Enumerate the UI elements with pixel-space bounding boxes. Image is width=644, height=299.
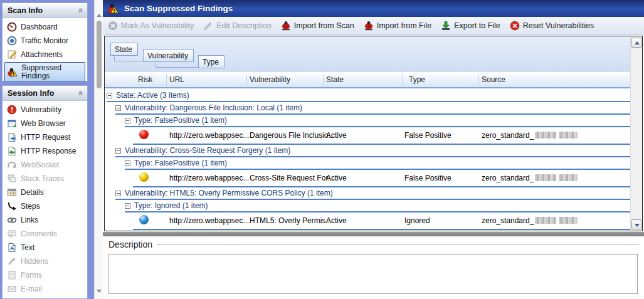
import-from-file-button[interactable]: Import from File <box>364 21 432 31</box>
sidebar-item-label: WebSocket <box>21 160 59 169</box>
bug-warning-icon <box>107 3 119 14</box>
sidebar-item-vulnerability[interactable]: Vulnerability <box>3 103 87 117</box>
table-row[interactable]: http://zero.webappsec... Dangerous File … <box>133 127 631 145</box>
sidebar-item-comments[interactable]: Comments <box>3 227 87 241</box>
column-header-url[interactable]: URL <box>169 75 184 84</box>
sidebar-item-details[interactable]: Details <box>3 186 87 199</box>
scan-info-header[interactable]: Scan Info « <box>3 3 87 18</box>
collapse-minus-icon[interactable] <box>115 105 121 111</box>
bug-import-icon <box>281 21 291 31</box>
sidebar-item-scripts[interactable]: Scripts <box>3 296 87 299</box>
button-label: Mark As Vulnerability <box>121 21 194 30</box>
sidebar-item-label: Traffic Monitor <box>21 36 68 45</box>
group-box-vulnerability[interactable]: Vulnerability <box>143 49 194 62</box>
column-header-source[interactable]: Source <box>482 75 505 84</box>
mark-as-vulnerability-button[interactable]: Mark As Vulnerability <box>108 21 194 31</box>
sidebar-scrollbar[interactable] <box>94 0 103 299</box>
collapse-chevron-icon[interactable]: « <box>77 91 86 95</box>
group-connector <box>114 56 143 61</box>
sidebar-item-label: E-mail <box>21 285 42 293</box>
sidebar-item-steps[interactable]: Steps <box>3 199 87 213</box>
sidebar-item-label: Dashboard <box>21 23 58 31</box>
description-textarea[interactable] <box>108 254 638 294</box>
scroll-down-button[interactable] <box>631 219 641 229</box>
horizontal-splitter[interactable] <box>103 232 644 236</box>
import-from-scan-button[interactable]: Import from Scan <box>281 21 354 31</box>
column-header-type[interactable]: Type <box>409 75 425 84</box>
sidebar-item-web-browser[interactable]: Web Browser <box>3 117 87 130</box>
sidebar-item-suppressed-findings[interactable]: Suppressed Findings <box>4 62 85 82</box>
scroll-down-icon[interactable] <box>97 290 102 293</box>
sidebar-item-stack-traces[interactable]: Stack Traces <box>3 172 87 186</box>
sidebar-item-websocket[interactable]: WebSocket <box>3 158 87 172</box>
sidebar-item-http-response[interactable]: HTTP Response <box>3 144 87 158</box>
sidebar-item-label: Web Browser <box>21 119 66 128</box>
sidebar-item-text[interactable]: A Text <box>3 241 87 254</box>
sidebar-item-hiddens[interactable]: Hiddens <box>3 254 87 268</box>
scan-info-panel: Scan Info « Dashboard Traffic Monitor At… <box>2 3 88 81</box>
session-info-panel: Session Info « Vulnerability Web Browser… <box>2 85 88 299</box>
collapse-chevron-icon[interactable]: « <box>77 8 86 13</box>
toolbar: Mark As Vulnerability Edit Description I… <box>103 17 644 35</box>
table-row[interactable]: http://zero.webappsec... Cross-Site Requ… <box>133 170 631 187</box>
bug-warning-icon <box>8 67 18 77</box>
collapse-minus-icon[interactable] <box>115 148 121 154</box>
column-header-state[interactable]: State <box>326 75 344 84</box>
group-label: Vulnerability: Dangerous File Inclusion:… <box>125 103 302 112</box>
description-panel: Description <box>103 236 644 299</box>
group-row-type[interactable]: Type: FalsePositive (1 item) <box>125 115 631 127</box>
divider <box>157 244 639 245</box>
group-label: Type: FalsePositive (1 item) <box>134 159 227 167</box>
sidebar-item-label: Stack Traces <box>21 174 64 183</box>
column-header-vulnerability[interactable]: Vulnerability <box>250 75 290 84</box>
column-separator <box>402 75 403 85</box>
collapse-minus-icon[interactable] <box>125 118 130 123</box>
gauge-icon <box>7 22 17 32</box>
group-box-state[interactable]: State <box>110 43 138 56</box>
forms-icon <box>7 270 17 280</box>
description-label: Description <box>108 239 152 249</box>
cell-type: Ignored <box>404 216 430 225</box>
collapse-minus-icon[interactable] <box>107 93 112 98</box>
button-label: Reset Vulnerabilities <box>523 21 594 30</box>
group-box-type[interactable]: Type <box>198 55 224 68</box>
collapse-minus-icon[interactable] <box>125 203 130 209</box>
export-arrow-icon <box>441 21 451 31</box>
cell-source: zero_standard_ <box>482 174 578 182</box>
collapse-minus-icon[interactable] <box>115 191 121 196</box>
sidebar-item-label: Links <box>21 216 38 224</box>
group-label: State: Active (3 items) <box>116 91 189 100</box>
table-scrollbar[interactable] <box>630 36 642 231</box>
redacted-text <box>535 174 556 181</box>
cell-type: False Positive <box>404 174 451 182</box>
sidebar-item-forms[interactable]: Forms <box>3 268 87 282</box>
edit-description-button[interactable]: Edit Description <box>203 21 272 31</box>
group-row-type[interactable]: Type: Ignored (1 item) <box>125 200 631 212</box>
sidebar-item-label: HTTP Response <box>21 147 76 155</box>
sidebar-item-links[interactable]: Links <box>3 213 87 227</box>
session-info-header[interactable]: Session Info « <box>3 86 87 101</box>
table-row[interactable]: http://zero.webappsec... HTML5: Overly P… <box>133 212 631 230</box>
group-row-type[interactable]: Type: FalsePositive (1 item) <box>125 157 631 170</box>
circle-x-gray-icon <box>108 21 118 31</box>
export-to-file-button[interactable]: Export to File <box>441 21 500 31</box>
reset-vulnerabilities-button[interactable]: Reset Vulnerabilities <box>510 21 594 31</box>
scrollbar-thumb[interactable] <box>97 21 102 88</box>
sidebar-item-traffic-monitor[interactable]: Traffic Monitor <box>3 34 87 48</box>
scroll-up-button[interactable] <box>631 38 641 48</box>
collapse-minus-icon[interactable] <box>125 160 130 166</box>
group-row-vulnerability[interactable]: Vulnerability: HTML5: Overly Permissive … <box>115 187 631 200</box>
group-row-state-active[interactable]: State: Active (3 items) <box>107 90 631 102</box>
column-header-risk[interactable]: Risk <box>138 75 152 84</box>
cell-vulnerability: HTML5: Overly Permis... <box>250 216 332 225</box>
button-label: Import from File <box>377 21 432 30</box>
group-row-vulnerability[interactable]: Vulnerability: Cross-Site Request Forger… <box>115 145 631 157</box>
main-panel: Scan Suppressed Findings Mark As Vulnera… <box>103 0 644 299</box>
email-icon <box>7 284 17 294</box>
group-row-vulnerability[interactable]: Vulnerability: Dangerous File Inclusion:… <box>115 102 631 115</box>
sidebar-item-attachments[interactable]: Attachments <box>3 48 87 61</box>
sidebar-item-dashboard[interactable]: Dashboard <box>3 20 87 34</box>
scroll-up-icon[interactable] <box>97 14 102 17</box>
sidebar-item-http-request[interactable]: HTTP Request <box>3 130 87 144</box>
sidebar-item-email[interactable]: E-mail <box>3 282 87 296</box>
